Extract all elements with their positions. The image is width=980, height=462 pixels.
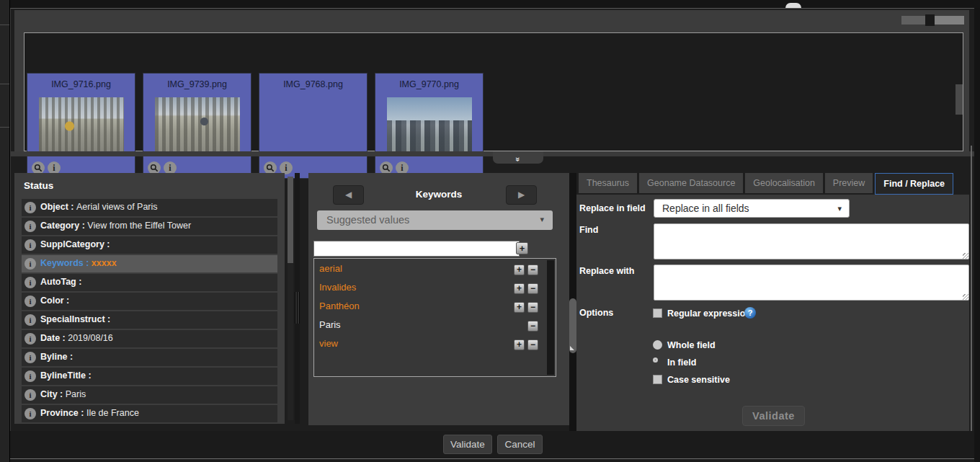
left-splitter[interactable] <box>295 173 300 424</box>
find-textarea[interactable] <box>654 223 969 259</box>
info-icon: i <box>24 258 36 270</box>
resize-grip-icon[interactable] <box>963 253 968 259</box>
tab-thesaurus[interactable]: Thesaurus <box>579 173 637 193</box>
status-field-label: Category : <box>40 221 87 231</box>
next-field-button[interactable]: ▶ <box>506 185 537 205</box>
status-row[interactable]: iSupplCategory : <box>22 236 277 254</box>
thumbnail-card[interactable]: IMG_9739.pngi <box>143 73 251 179</box>
suggested-values-dropdown[interactable]: Suggested values ▾ <box>317 210 553 230</box>
status-field-label: AutoTag : <box>40 277 81 287</box>
tool-tabs: ThesaurusGeoname DatasourceGeolocalisati… <box>579 173 956 195</box>
top-collapse-handle[interactable] <box>785 3 801 8</box>
status-field-value: Aerial views of Paris <box>76 202 158 212</box>
window-top-edge <box>10 0 980 8</box>
status-field-label: Object : <box>40 202 76 212</box>
splitter-grip[interactable] <box>295 292 300 324</box>
status-row[interactable]: iDate : 2019/08/16 <box>22 330 277 347</box>
collapsed-left-panel-edge <box>0 0 10 462</box>
status-row[interactable]: iCity : Paris <box>22 386 277 404</box>
tab-geoname-datasource[interactable]: Geoname Datasource <box>639 173 743 193</box>
thumbnail-strip: IMG_9716.pngiIMG_9739.pngiIMG_9768.pngiI… <box>24 32 963 151</box>
right-splitter[interactable] <box>569 173 576 431</box>
add-keyword-button[interactable]: + <box>516 242 528 254</box>
collapse-thumbnails-button[interactable]: » <box>493 151 543 164</box>
info-icon: i <box>24 314 36 326</box>
status-field-value: View from the Eiffel Tower <box>87 221 191 231</box>
tab-geolocalisation[interactable]: Geolocalisation <box>745 173 822 193</box>
status-field-label: Color : <box>40 296 69 306</box>
replace-with-textarea[interactable] <box>654 265 969 301</box>
thumbnail-photo <box>155 97 240 155</box>
status-field-value: Paris <box>66 389 86 399</box>
keyword-label: Paris <box>319 319 341 330</box>
status-row[interactable]: iSpecialInstruct : <box>22 311 277 329</box>
keyword-label: Invalides <box>319 282 356 293</box>
cancel-button[interactable]: Cancel <box>497 435 543 454</box>
keyword-label: view <box>319 338 338 349</box>
remove-keyword-button[interactable]: − <box>527 265 538 275</box>
thumbnail-card[interactable]: IMG_9716.pngi <box>27 73 135 179</box>
status-row[interactable]: iAutoTag : <box>22 274 277 291</box>
keyword-item[interactable]: view+− <box>314 335 556 352</box>
case-sensitive-checkbox[interactable] <box>653 375 662 384</box>
status-row[interactable]: iProvince : Ile de France <box>22 405 277 422</box>
status-row[interactable]: iCategory : View from the Eiffel Tower <box>22 218 277 235</box>
add-keyword-occurrence-button[interactable]: + <box>514 339 525 350</box>
info-icon: i <box>24 277 36 288</box>
footer-divider <box>10 458 974 459</box>
splitter-handle[interactable] <box>569 298 576 353</box>
remove-keyword-button[interactable]: − <box>527 302 538 313</box>
find-replace-validate-button[interactable]: Validate <box>742 406 805 426</box>
thumbnail-size-slider[interactable] <box>901 16 964 25</box>
thumbnail-card[interactable]: IMG_9768.pngi <box>259 73 368 179</box>
keyword-item[interactable]: Panthéon+− <box>314 298 556 315</box>
resize-grip-icon[interactable] <box>963 294 968 300</box>
keyword-item[interactable]: Paris− <box>314 316 556 334</box>
find-label: Find <box>579 225 598 235</box>
tab-find-replace[interactable]: Find / Replace <box>875 173 953 195</box>
scrollbar-thumb[interactable] <box>288 177 293 263</box>
thumbnail-filename: IMG_9716.png <box>27 79 135 89</box>
dialog-scrollbar[interactable] <box>971 146 972 458</box>
batch-edit-dialog: IMG_9716.pngiIMG_9739.pngiIMG_9768.pngiI… <box>0 0 980 462</box>
case-sensitive-label: Case sensitive <box>667 375 730 385</box>
in-field-radio[interactable] <box>653 357 658 363</box>
thumbnail-photo <box>39 97 124 155</box>
validate-button[interactable]: Validate <box>443 435 492 454</box>
status-row[interactable]: iColor : <box>22 293 277 310</box>
thumbnail-strip-scrollbar[interactable] <box>956 84 963 115</box>
replace-in-field-dropdown[interactable]: Replace in all fields ▾ <box>654 199 850 218</box>
add-keyword-occurrence-button[interactable]: + <box>514 265 525 275</box>
keyword-item[interactable]: Invalides+− <box>314 279 556 296</box>
slider-track-right <box>935 16 964 25</box>
panel-divider-band <box>10 151 974 156</box>
slider-thumb[interactable] <box>925 14 935 26</box>
remove-keyword-button[interactable]: − <box>527 283 538 294</box>
status-row[interactable]: iBylineTitle : <box>22 368 277 385</box>
remove-keyword-button[interactable]: − <box>527 339 538 350</box>
status-row[interactable]: iKeywords : xxxxx <box>22 255 277 272</box>
thumbnail-filename: IMG_9739.png <box>143 79 251 89</box>
info-icon: i <box>24 352 36 363</box>
thumbnail-card[interactable]: IMG_9770.pngi <box>375 73 484 179</box>
options-label: Options <box>579 308 613 318</box>
remove-keyword-button[interactable]: − <box>527 321 538 332</box>
left-edge-divider <box>0 84 9 84</box>
new-keyword-input[interactable] <box>313 241 520 257</box>
status-row[interactable]: iObject : Aerial views of Paris <box>22 199 277 216</box>
keyword-item[interactable]: aerial+− <box>314 260 556 277</box>
keyword-label: aerial <box>319 263 342 274</box>
slider-track-left <box>901 16 926 25</box>
status-row[interactable]: iByline : <box>22 349 277 366</box>
status-field-value: Ile de France <box>86 408 139 418</box>
help-icon[interactable]: ? <box>744 307 756 319</box>
add-keyword-occurrence-button[interactable]: + <box>514 302 525 313</box>
thumbnail-filename: IMG_9768.png <box>259 79 367 89</box>
whole-field-radio[interactable] <box>653 340 662 350</box>
tab-preview[interactable]: Preview <box>825 173 873 193</box>
resize-arrow-icon <box>570 346 574 350</box>
add-keyword-occurrence-button[interactable]: + <box>514 283 525 294</box>
info-icon: i <box>24 239 36 251</box>
regular-expression-checkbox[interactable] <box>653 308 662 318</box>
status-scrollbar[interactable] <box>288 177 293 420</box>
